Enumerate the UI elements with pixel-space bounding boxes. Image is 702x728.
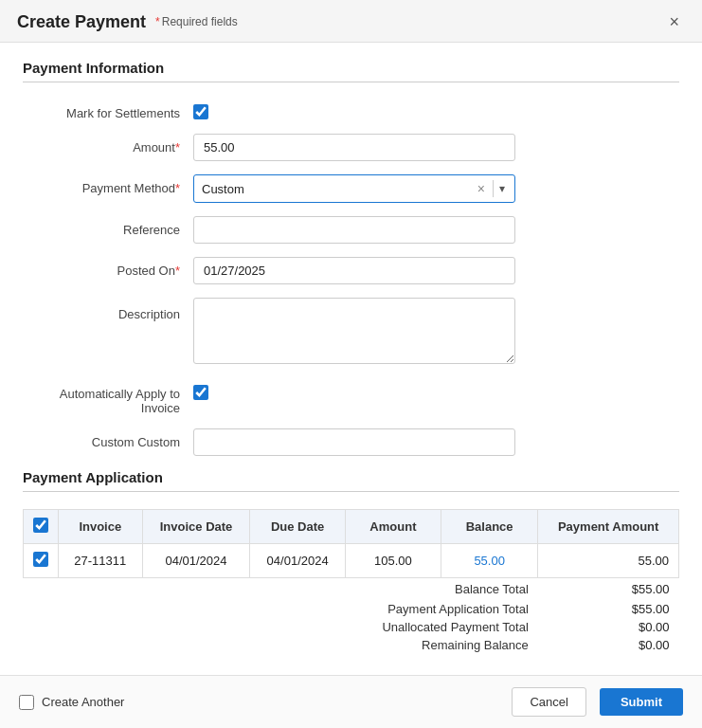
balance-total-value: $55.00 [538, 578, 679, 601]
col-amount: Amount [345, 510, 441, 544]
summary-row-4: Remaining Balance $0.00 [24, 636, 679, 654]
auto-apply-row: Automatically Apply to Invoice [23, 380, 679, 415]
auto-apply-label: Automatically Apply to Invoice [23, 380, 193, 415]
cancel-button[interactable]: Cancel [512, 687, 585, 717]
section-divider [23, 82, 679, 82]
payment-method-dropdown-button[interactable]: ▾ [497, 182, 507, 195]
col-payment-amount: Payment Amount [538, 510, 679, 544]
reference-row: Reference [23, 216, 679, 244]
payment-information-section: Payment Information Mark for Settlements… [23, 60, 679, 456]
col-checkbox [24, 510, 59, 544]
reference-label: Reference [23, 216, 193, 237]
row-payment-amount: 55.00 [538, 544, 679, 578]
payment-application-title: Payment Application [23, 469, 679, 485]
summary-row-3: Unallocated Payment Total $0.00 [24, 618, 679, 636]
footer-left: Create Another [19, 695, 124, 710]
empty-cell3 [24, 618, 346, 636]
modal-footer: Create Another Cancel Submit [0, 675, 702, 728]
payment-method-select[interactable]: Custom × ▾ [193, 174, 515, 203]
amount-label: Amount* [23, 134, 193, 155]
reference-input[interactable] [193, 216, 515, 244]
row-balance: 55.00 [441, 544, 538, 578]
required-fields-label: *Required fields [155, 15, 238, 28]
row-checkbox-cell [24, 544, 59, 578]
amount-row: Amount* [23, 134, 679, 161]
empty-cell [24, 578, 346, 601]
row-invoice: 27-11311 [59, 544, 143, 578]
custom-custom-row: Custom Custom [23, 428, 679, 456]
amount-required-star: * [175, 140, 180, 155]
modal-body: Payment Information Mark for Settlements… [0, 43, 702, 675]
payment-method-row: Payment Method* Custom × ▾ [23, 174, 679, 203]
payment-application-table: Invoice Invoice Date Due Date Amount Bal… [23, 509, 679, 654]
payment-application-section: Payment Application Invoice Invoice Date… [23, 469, 679, 654]
mark-for-settlements-checkbox[interactable] [193, 104, 208, 119]
remaining-balance-label: Remaining Balance [345, 636, 537, 654]
row-amount: 105.00 [345, 544, 441, 578]
reference-control [193, 216, 515, 244]
custom-custom-label: Custom Custom [23, 428, 193, 449]
posted-on-control [193, 257, 515, 284]
posted-on-label: Posted On* [23, 257, 193, 278]
payment-information-title: Payment Information [23, 60, 679, 76]
posted-on-row: Posted On* [23, 257, 679, 284]
row-invoice-date: 04/01/2024 [142, 544, 250, 578]
amount-control [193, 134, 515, 161]
payment-method-label: Payment Method* [23, 174, 193, 195]
payment-application-divider [23, 491, 679, 492]
payment-method-control: Custom × ▾ [193, 174, 515, 203]
col-balance: Balance [441, 510, 538, 544]
summary-row-1: Balance Total $55.00 [24, 578, 679, 601]
payment-application-total-label: Payment Application Total [345, 600, 537, 618]
mark-for-settlements-label: Mark for Settlements [23, 100, 193, 120]
empty-cell2 [24, 600, 346, 618]
table-body: 27-11311 04/01/2024 04/01/2024 105.00 55… [24, 544, 679, 655]
row-checkbox[interactable] [33, 552, 48, 567]
description-label: Description [23, 298, 193, 321]
modal-title: Create Payment [17, 12, 146, 32]
col-invoice: Invoice [59, 510, 143, 544]
close-button[interactable]: × [663, 11, 685, 32]
summary-row-2: Payment Application Total $55.00 [24, 600, 679, 618]
remaining-balance-value: $0.00 [538, 636, 679, 654]
create-payment-modal: Create Payment *Required fields × Paymen… [0, 0, 702, 728]
posted-on-input[interactable] [193, 257, 515, 284]
create-another-checkbox[interactable] [19, 695, 34, 710]
payment-method-select-wrapper: Custom × ▾ [193, 174, 515, 203]
unallocated-payment-total-label: Unallocated Payment Total [345, 618, 537, 636]
custom-custom-input[interactable] [193, 428, 515, 456]
submit-button[interactable]: Submit [600, 688, 683, 716]
required-star: * [155, 15, 160, 28]
auto-apply-checkbox[interactable] [193, 385, 208, 400]
col-due-date: Due Date [250, 510, 345, 544]
table-header-row: Invoice Invoice Date Due Date Amount Bal… [24, 510, 679, 544]
balance-total-label: Balance Total [345, 578, 537, 601]
payment-application-total-value: $55.00 [538, 600, 679, 618]
description-textarea[interactable] [193, 298, 515, 364]
description-row: Description [23, 298, 679, 367]
col-invoice-date: Invoice Date [142, 510, 250, 544]
description-control [193, 298, 515, 367]
payment-method-required-star: * [175, 181, 180, 195]
create-another-label: Create Another [42, 695, 124, 709]
payment-method-value: Custom [202, 182, 474, 196]
header-left: Create Payment *Required fields [17, 12, 238, 32]
table-header: Invoice Invoice Date Due Date Amount Bal… [24, 510, 679, 544]
select-divider [493, 180, 494, 197]
unallocated-payment-total-value: $0.00 [538, 618, 679, 636]
amount-input[interactable] [193, 134, 515, 161]
row-due-date: 04/01/2024 [250, 544, 345, 578]
posted-on-required-star: * [175, 264, 180, 278]
auto-apply-control [193, 380, 515, 400]
payment-method-clear-button[interactable]: × [474, 181, 489, 196]
custom-custom-control [193, 428, 515, 456]
mark-for-settlements-control [193, 100, 515, 119]
mark-for-settlements-row: Mark for Settlements [23, 100, 679, 120]
select-all-checkbox[interactable] [33, 518, 48, 533]
empty-cell4 [24, 636, 346, 654]
modal-header: Create Payment *Required fields × [0, 0, 702, 43]
table-row: 27-11311 04/01/2024 04/01/2024 105.00 55… [24, 544, 679, 578]
